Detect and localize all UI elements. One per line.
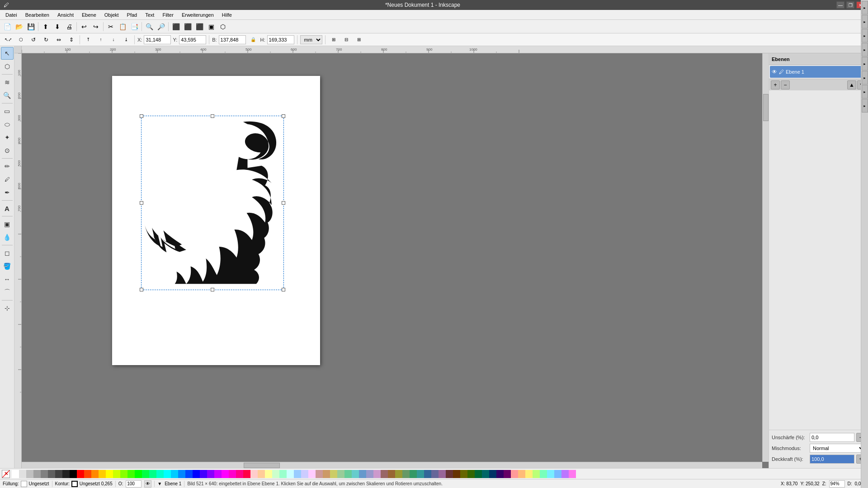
menu-item-filter[interactable]: Filter — [159, 11, 177, 19]
side-tab-7[interactable]: ► — [862, 85, 868, 99]
palette-color-59[interactable] — [439, 470, 446, 478]
palette-color-22[interactable] — [171, 470, 178, 478]
blur-input[interactable] — [810, 433, 854, 442]
palette-color-21[interactable] — [164, 470, 171, 478]
spray-tool[interactable]: ⊹ — [1, 302, 14, 314]
zoom-out-button[interactable]: 🔎 — [156, 21, 166, 32]
open-button[interactable]: 📂 — [14, 21, 24, 32]
palette-color-35[interactable] — [265, 470, 272, 478]
star-tool[interactable]: ✦ — [1, 131, 14, 144]
save-button[interactable]: 💾 — [25, 21, 36, 32]
align-center-button[interactable]: ⬛ — [182, 21, 193, 32]
palette-color-34[interactable] — [258, 470, 265, 478]
palette-color-12[interactable] — [99, 470, 106, 478]
palette-color-61[interactable] — [453, 470, 460, 478]
palette-color-28[interactable] — [214, 470, 222, 478]
palette-color-67[interactable] — [496, 470, 504, 478]
palette-color-74[interactable] — [547, 470, 554, 478]
palette-color-40[interactable] — [301, 470, 308, 478]
palette-color-75[interactable] — [554, 470, 561, 478]
scrollbar-h-thumb[interactable] — [244, 463, 280, 468]
palette-color-26[interactable] — [200, 470, 207, 478]
import-button[interactable]: ⬆ — [40, 21, 51, 32]
palette-color-29[interactable] — [222, 470, 229, 478]
palette-color-54[interactable] — [402, 470, 410, 478]
palette-color-18[interactable] — [142, 470, 149, 478]
text-tool[interactable]: A — [1, 202, 14, 215]
lower-button[interactable]: ↓ — [108, 34, 119, 45]
menu-item-objekt[interactable]: Objekt — [101, 11, 123, 19]
palette-color-63[interactable] — [467, 470, 475, 478]
layer-lock-icon[interactable]: 🖊 — [779, 69, 784, 75]
palette-color-45[interactable] — [337, 470, 344, 478]
rotate-cw-button[interactable]: ↻ — [41, 34, 52, 45]
palette-color-62[interactable] — [460, 470, 467, 478]
lock-ratio-button[interactable]: 🔒 — [248, 34, 259, 45]
layer-visibility-icon[interactable]: 👁 — [772, 69, 777, 75]
y-input[interactable] — [179, 35, 206, 44]
node-edit-tool[interactable]: ⬡ — [1, 60, 14, 73]
group-button[interactable]: ▣ — [206, 21, 217, 32]
align-right-button[interactable]: ⬛ — [194, 21, 205, 32]
side-tab-5[interactable]: ► — [862, 57, 868, 70]
palette-color-24[interactable] — [185, 470, 193, 478]
menu-item-pfad[interactable]: Pfad — [123, 11, 141, 19]
palette-color-2[interactable] — [26, 470, 33, 478]
palette-color-71[interactable] — [525, 470, 533, 478]
paste-button[interactable]: 📑 — [129, 21, 140, 32]
palette-color-55[interactable] — [410, 470, 417, 478]
opacity-status-input[interactable] — [126, 480, 142, 488]
flip-v-button[interactable]: ⇕ — [66, 34, 77, 45]
palette-color-57[interactable] — [424, 470, 431, 478]
palette-color-44[interactable] — [330, 470, 337, 478]
blend-mode-select[interactable]: Normal Multiplizieren Bildschirm Überlag… — [810, 444, 865, 453]
menu-item-hilfe[interactable]: Hilfe — [218, 11, 236, 19]
cut-button[interactable]: ✂ — [105, 21, 116, 32]
palette-color-69[interactable] — [511, 470, 518, 478]
add-layer-button[interactable]: + — [771, 80, 780, 89]
rectangle-tool[interactable]: ▭ — [1, 105, 14, 117]
palette-color-56[interactable] — [417, 470, 424, 478]
palette-color-25[interactable] — [193, 470, 200, 478]
zoom-in-button[interactable]: 🔍 — [144, 21, 155, 32]
palette-color-30[interactable] — [229, 470, 236, 478]
new-button[interactable]: 📄 — [2, 21, 13, 32]
tweak-tool[interactable]: ≋ — [1, 76, 14, 89]
print-button[interactable]: 🖨 — [64, 21, 75, 32]
menu-item-bearbeiten[interactable]: Bearbeiten — [22, 11, 53, 19]
palette-color-46[interactable] — [344, 470, 352, 478]
palette-color-7[interactable] — [62, 470, 70, 478]
palette-color-31[interactable] — [236, 470, 243, 478]
palette-color-4[interactable] — [41, 470, 48, 478]
align-left-button[interactable]: ⬛ — [170, 21, 181, 32]
menu-item-erweiterungen[interactable]: Erweiterungen — [178, 11, 217, 19]
palette-color-51[interactable] — [381, 470, 388, 478]
palette-color-73[interactable] — [540, 470, 547, 478]
palette-color-8[interactable] — [70, 470, 77, 478]
calligraphy-tool[interactable]: ✒ — [1, 186, 14, 199]
layer-item[interactable]: 👁 🖊 Ebene 1 — [770, 66, 867, 78]
flip-h-button[interactable]: ⇔ — [53, 34, 64, 45]
menu-item-text[interactable]: Text — [142, 11, 158, 19]
palette-color-53[interactable] — [395, 470, 402, 478]
transform-dialog-button[interactable]: ⊞ — [328, 34, 339, 45]
palette-color-72[interactable] — [533, 470, 540, 478]
palette-color-65[interactable] — [482, 470, 489, 478]
pen-tool[interactable]: 🖊 — [1, 173, 14, 186]
dropper-tool[interactable]: 💧 — [1, 231, 14, 244]
opacity-status-icon[interactable]: 👁 — [144, 480, 151, 488]
palette-color-68[interactable] — [504, 470, 511, 478]
palette-color-33[interactable] — [250, 470, 258, 478]
scrollbar-v-thumb[interactable] — [763, 94, 769, 121]
rotate-ccw-button[interactable]: ↺ — [28, 34, 39, 45]
palette-color-5[interactable] — [48, 470, 55, 478]
snap2-button[interactable]: ⊞ — [354, 34, 364, 45]
palette-color-37[interactable] — [279, 470, 287, 478]
palette-color-38[interactable] — [287, 470, 294, 478]
pencil-tool[interactable]: ✏ — [1, 160, 14, 173]
palette-color-9[interactable] — [77, 470, 84, 478]
palette-color-66[interactable] — [489, 470, 496, 478]
spiral-tool[interactable]: ⊙ — [1, 144, 14, 157]
side-tab-8[interactable]: ► — [862, 99, 868, 113]
restore-button[interactable]: ❐ — [846, 1, 854, 9]
